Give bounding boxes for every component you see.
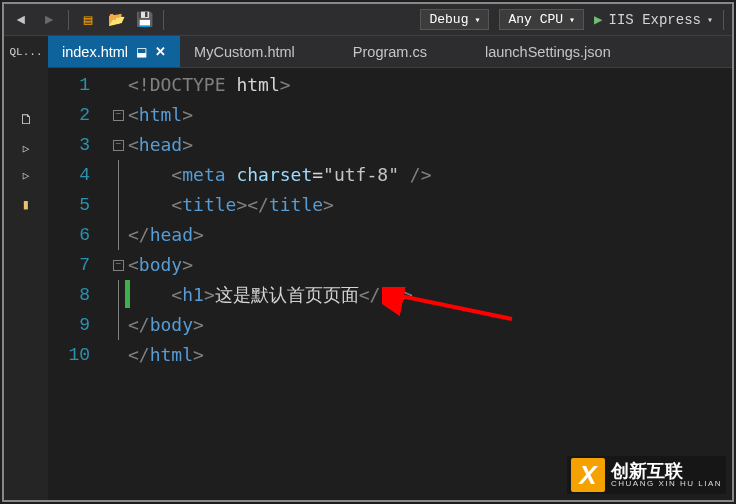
- fold-guide: [118, 160, 119, 190]
- line-number: 1: [48, 70, 90, 100]
- separator: [723, 10, 724, 30]
- tab-program-cs[interactable]: Program.cs: [339, 36, 441, 67]
- folder-icon[interactable]: 🗋: [19, 112, 33, 128]
- caret-right-icon[interactable]: ▷: [23, 142, 30, 155]
- watermark-sub: CHUANG XIN HU LIAN: [611, 480, 722, 488]
- code-line: <title></title>: [128, 190, 732, 220]
- change-indicator: [125, 280, 130, 308]
- pin-icon[interactable]: ⬓: [136, 45, 147, 59]
- tab-label: MyCustom.html: [194, 44, 295, 60]
- app-frame: ◄ ► ▤ 📂 💾 Debug▾ Any CPU▾ ▶ IIS Express …: [2, 2, 734, 502]
- tab-mycustom-html[interactable]: MyCustom.html: [180, 36, 309, 67]
- code-line: </body>: [128, 310, 732, 340]
- code-line: <html>: [128, 100, 732, 130]
- fold-guide: [118, 310, 119, 340]
- toolwindow-tab[interactable]: QL...: [9, 46, 42, 58]
- run-button[interactable]: ▶ IIS Express ▾: [594, 11, 713, 28]
- line-number: 3: [48, 130, 90, 160]
- fold-guide: [118, 220, 119, 250]
- line-number: 6: [48, 220, 90, 250]
- line-number: 4: [48, 160, 90, 190]
- left-sidebar: QL... 🗋 ▷ ▷ ▮: [4, 36, 48, 500]
- code-line: <h1>这是默认首页页面</h1>: [128, 280, 732, 310]
- line-number: 2: [48, 100, 90, 130]
- code-line: <!DOCTYPE html>: [128, 70, 732, 100]
- line-number: 7: [48, 250, 90, 280]
- main-area: QL... 🗋 ▷ ▷ ▮ index.html ⬓ ✕ MyCustom.ht…: [4, 36, 732, 500]
- line-number: 5: [48, 190, 90, 220]
- config-dropdown[interactable]: Debug▾: [420, 9, 489, 30]
- code-line: <meta charset="utf-8" />: [128, 160, 732, 190]
- line-number: 9: [48, 310, 90, 340]
- tab-label: Program.cs: [353, 44, 427, 60]
- watermark: X 创新互联 CHUANG XIN HU LIAN: [567, 456, 726, 494]
- tab-launchsettings[interactable]: launchSettings.json: [471, 36, 625, 67]
- code-line: </html>: [128, 340, 732, 370]
- fold-guide: [118, 280, 119, 310]
- code-line: <body>: [128, 250, 732, 280]
- nav-fwd-icon[interactable]: ►: [40, 11, 58, 29]
- play-icon: ▶: [594, 11, 602, 28]
- run-label: IIS Express: [609, 12, 701, 28]
- fold-icon[interactable]: −: [113, 110, 124, 121]
- watermark-logo-icon: X: [571, 458, 605, 492]
- code-content[interactable]: <!DOCTYPE html> <html> <head> <meta char…: [128, 68, 732, 500]
- line-number: 8: [48, 280, 90, 310]
- save-all-icon[interactable]: 💾: [135, 11, 153, 29]
- fold-guide: [118, 190, 119, 220]
- tab-bar: index.html ⬓ ✕ MyCustom.html Program.cs …: [48, 36, 732, 68]
- platform-dropdown[interactable]: Any CPU▾: [499, 9, 584, 30]
- line-number-gutter: 1 2 3 4 5 6 7 8 9 10: [48, 68, 108, 500]
- separator: [163, 10, 164, 30]
- tab-label: index.html: [62, 44, 128, 60]
- fold-icon[interactable]: −: [113, 140, 124, 151]
- new-file-icon[interactable]: ▤: [79, 11, 97, 29]
- tab-label: launchSettings.json: [485, 44, 611, 60]
- close-icon[interactable]: ✕: [155, 44, 166, 59]
- code-line: <head>: [128, 130, 732, 160]
- editor-body[interactable]: 1 2 3 4 5 6 7 8 9 10 − −: [48, 68, 732, 500]
- line-number: 10: [48, 340, 90, 370]
- code-line: </head>: [128, 220, 732, 250]
- separator: [68, 10, 69, 30]
- editor-area: index.html ⬓ ✕ MyCustom.html Program.cs …: [48, 36, 732, 500]
- platform-label: Any CPU: [508, 12, 563, 27]
- watermark-title: 创新互联: [611, 462, 722, 480]
- caret-right-icon[interactable]: ▷: [23, 169, 30, 182]
- top-toolbar: ◄ ► ▤ 📂 💾 Debug▾ Any CPU▾ ▶ IIS Express …: [4, 4, 732, 36]
- fold-icon[interactable]: −: [113, 260, 124, 271]
- open-icon[interactable]: 📂: [107, 11, 125, 29]
- tab-index-html[interactable]: index.html ⬓ ✕: [48, 36, 180, 67]
- file-icon[interactable]: ▮: [22, 196, 30, 213]
- config-label: Debug: [429, 12, 468, 27]
- nav-back-icon[interactable]: ◄: [12, 11, 30, 29]
